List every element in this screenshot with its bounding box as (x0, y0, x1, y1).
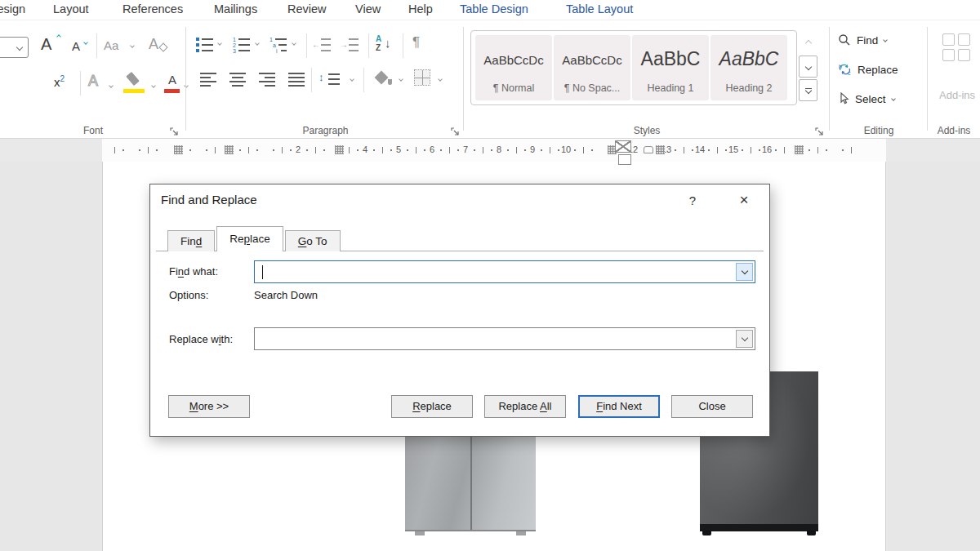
replace-with-input[interactable] (255, 328, 735, 349)
menu-tab-references[interactable]: References (122, 0, 183, 20)
shading-button[interactable] (373, 69, 393, 87)
numbering-button[interactable]: 1 2 3 (233, 37, 251, 51)
style-card-no-spac[interactable]: AaBbCcDc¶ No Spac... (554, 35, 630, 100)
find-what-input[interactable] (255, 261, 735, 282)
dialog-button-replace-all[interactable]: Replace All (484, 395, 566, 418)
gallery-scroll-up-button[interactable] (799, 32, 817, 54)
menu-tab-view[interactable]: View (355, 0, 381, 20)
menu-tab-table-design[interactable]: Table Design (460, 0, 528, 20)
chevron-down-icon[interactable] (399, 77, 403, 82)
font-size-combobox[interactable] (0, 37, 29, 58)
ruler-tick (842, 149, 844, 151)
chevron-down-icon[interactable] (109, 83, 114, 88)
font-dialog-launcher[interactable] (170, 125, 180, 135)
align-center-button[interactable] (229, 71, 247, 86)
bullets-button[interactable] (196, 37, 214, 51)
dialog-button-close[interactable]: Close (671, 395, 753, 418)
dialog-button-more[interactable]: More >> (168, 395, 250, 418)
style-card-heading-1[interactable]: AaBbCHeading 1 (632, 35, 709, 100)
grow-font-button[interactable]: A (41, 36, 51, 53)
chevron-down-icon[interactable] (292, 41, 296, 46)
menu-tab-design[interactable]: Design (0, 0, 25, 20)
find-button[interactable]: Find (838, 30, 887, 50)
dialog-tab-replace[interactable]: Replace (216, 226, 283, 251)
font-color-button[interactable]: A (163, 73, 181, 94)
chevron-down-icon[interactable] (350, 77, 354, 82)
change-case-icon: Aa (104, 38, 118, 52)
replace-with-dropdown-button[interactable] (736, 330, 753, 348)
menu-tab-table-layout[interactable]: Table Layout (566, 0, 633, 20)
styles-dialog-launcher[interactable] (815, 125, 825, 135)
replace-button[interactable]: b c Replace (838, 60, 898, 79)
menu-tab-layout[interactable]: Layout (53, 0, 89, 20)
style-card-heading-2[interactable]: AaBbCHeading 2 (710, 35, 787, 100)
paragraph-dialog-launcher[interactable] (451, 125, 461, 135)
show-hide-marks-button[interactable]: ¶ (412, 34, 420, 51)
justify-button[interactable] (288, 71, 306, 86)
text-highlight-button[interactable] (122, 73, 147, 94)
ruler-tick (248, 147, 249, 153)
addins-button-label: Add-ins (939, 89, 975, 101)
gallery-scroll-down-button[interactable] (799, 56, 817, 78)
menu-tab-mailings[interactable]: Mailings (214, 0, 257, 20)
word-window: DesignLayoutReferencesMailingsReviewView… (0, 0, 980, 551)
menu-tab-help[interactable]: Help (408, 0, 433, 20)
chevron-down-icon[interactable] (151, 83, 156, 88)
table-column-marker[interactable] (335, 145, 344, 154)
table-column-marker[interactable] (795, 145, 804, 154)
decrease-indent-button[interactable]: ← (314, 37, 332, 51)
table-resize-marker[interactable] (615, 140, 631, 153)
dialog-button-replace[interactable]: Replace (391, 395, 473, 418)
ruler-tick (189, 149, 191, 151)
svg-text:c: c (848, 70, 851, 76)
sort-button[interactable]: A Z ↓ (376, 34, 397, 56)
chevron-down-icon (16, 44, 23, 51)
dialog-tab-go-to[interactable]: Go To (285, 230, 341, 251)
addins-grid-icon[interactable] (942, 33, 972, 63)
ruler-tick (483, 147, 483, 153)
find-what-label: Find what: (169, 265, 218, 278)
group-label: Paragraph (187, 125, 464, 136)
group-label: Styles (464, 125, 830, 136)
ruler-tick (306, 149, 308, 151)
dialog-button-find-next[interactable]: Find Next (578, 395, 660, 418)
superscript-button[interactable]: x2 (54, 74, 65, 89)
shrink-font-button[interactable]: A (72, 39, 80, 54)
text-effects-icon: A (88, 73, 98, 89)
chevron-down-icon[interactable] (217, 41, 222, 46)
chevron-up-icon (804, 39, 811, 46)
addins-group: Add-ins Add-ins (928, 20, 980, 139)
change-case-button[interactable]: Aa (104, 38, 118, 52)
line-spacing-button[interactable]: ↕ (320, 71, 345, 87)
increase-indent-button[interactable]: → (341, 37, 359, 51)
help-button[interactable]: ? (683, 191, 702, 211)
align-right-button[interactable] (259, 71, 277, 86)
table-column-marker[interactable] (225, 145, 234, 154)
search-icon (838, 33, 851, 47)
updown-arrow-icon: ↕ (318, 71, 324, 83)
chevron-down-icon[interactable] (255, 41, 260, 46)
chevron-down-icon[interactable] (438, 77, 443, 82)
table-column-marker[interactable] (656, 145, 665, 154)
find-what-dropdown-button[interactable] (736, 263, 753, 281)
close-button[interactable]: × (732, 189, 756, 211)
ruler-tick (817, 147, 818, 153)
table-resize-marker-lower[interactable] (618, 154, 631, 165)
paint-bucket-spout (388, 79, 392, 85)
clear-formatting-button[interactable]: A (149, 36, 158, 53)
select-button[interactable]: Select (838, 89, 895, 109)
style-card-normal[interactable]: AaBbCcDc¶ Normal (475, 35, 552, 100)
gallery-more-button[interactable] (799, 79, 817, 101)
table-column-marker[interactable] (174, 145, 183, 154)
ruler-tick (256, 149, 258, 151)
ruler-tick (717, 147, 718, 153)
find-replace-dialog: Find and Replace ? × FindReplaceGo To Fi… (149, 184, 770, 437)
align-left-button[interactable] (200, 71, 218, 86)
fridge-plinth (700, 524, 818, 531)
indent-marker[interactable] (644, 146, 653, 153)
dialog-tab-find[interactable]: Find (167, 230, 215, 251)
borders-button[interactable] (414, 69, 430, 86)
menu-tab-review[interactable]: Review (287, 0, 327, 20)
text-effects-button[interactable]: A (88, 73, 98, 90)
multilevel-list-button[interactable]: 1 a i (270, 37, 287, 51)
